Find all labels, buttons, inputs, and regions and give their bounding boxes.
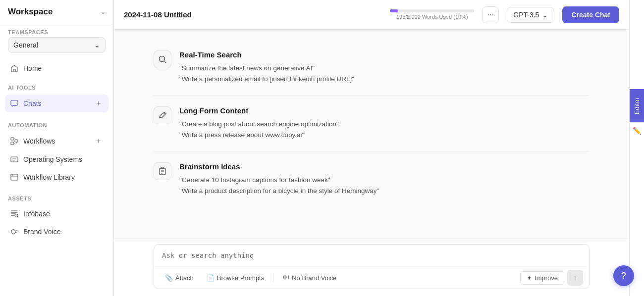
card-icon <box>154 50 171 68</box>
workspace-chevron-icon[interactable]: ⌄ <box>101 8 106 15</box>
svg-rect-13 <box>288 275 289 279</box>
workflows-label: Workflows <box>23 137 89 145</box>
browse-prompts-icon: 📄 <box>207 274 215 282</box>
brand-voice-bars-icon <box>282 274 289 282</box>
assets-section: Assets <box>0 191 113 205</box>
home-section: Home <box>0 58 113 80</box>
general-chevron-icon: ⌄ <box>94 41 100 49</box>
sidebar-item-chats[interactable]: Chats + <box>5 95 108 112</box>
usage-bar-track <box>390 9 474 12</box>
card-prompt[interactable]: "Write a personalized email to [insert L… <box>179 74 590 85</box>
sidebar-header: Workspace ⌄ <box>0 0 113 24</box>
help-button[interactable]: ? <box>613 265 634 286</box>
editor-pencil-icon[interactable]: ✏️ <box>629 122 644 139</box>
workflow-library-label: Workflow Library <box>23 173 104 181</box>
add-chat-button[interactable]: + <box>94 99 104 108</box>
general-select[interactable]: General ⌄ <box>8 37 106 53</box>
workflows-icon <box>10 137 19 146</box>
editor-tab[interactable]: Editor <box>630 89 644 122</box>
doc-title: 2024-11-08 Untitled <box>124 10 382 19</box>
browse-prompts-button[interactable]: 📄 Browse Prompts <box>202 272 269 284</box>
svg-rect-1 <box>11 138 14 140</box>
input-area: 📎 Attach 📄 Browse Prompts <box>114 239 629 296</box>
svg-point-7 <box>160 56 165 62</box>
attach-icon: 📎 <box>165 274 173 282</box>
card-prompt[interactable]: "Generate 10 Instagram captions for fash… <box>179 175 590 186</box>
svg-rect-0 <box>11 100 18 105</box>
attach-button[interactable]: 📎 Attach <box>160 272 199 284</box>
sidebar-item-infobase[interactable]: Infobase <box>5 205 108 222</box>
home-icon <box>10 64 19 73</box>
svg-rect-10 <box>283 276 284 279</box>
workflow-library-icon <box>10 173 19 182</box>
infobase-label: Infobase <box>23 210 104 218</box>
brand-voice-label: Brand Voice <box>23 228 104 236</box>
chats-icon <box>10 99 19 108</box>
improve-button[interactable]: ✦ Improve <box>520 271 564 285</box>
card-title: Long Form Content <box>179 106 590 115</box>
usage-bar-fill <box>390 9 398 12</box>
svg-rect-3 <box>15 140 18 142</box>
add-workflow-button[interactable]: + <box>94 136 104 146</box>
home-label: Home <box>23 64 104 72</box>
chat-input[interactable] <box>154 245 589 264</box>
improve-icon: ✦ <box>527 274 532 282</box>
automation-label: Automation <box>8 122 106 128</box>
automation-section: Automation <box>0 117 113 132</box>
chat-card: Long Form Content"Create a blog post abo… <box>154 96 590 151</box>
send-icon: ↑ <box>574 274 577 282</box>
teamspaces-section: Teamspaces General ⌄ <box>0 24 113 58</box>
infobase-icon <box>10 209 19 218</box>
card-prompt[interactable]: "Create a blog post about search engine … <box>179 119 590 130</box>
more-options-button[interactable]: ··· <box>482 6 499 23</box>
usage-bar-container: 195/2,000 Words Used (10%) <box>390 9 474 20</box>
send-button[interactable]: ↑ <box>567 270 583 286</box>
card-content: Real-Time Search"Summarize the latest ne… <box>179 50 590 84</box>
sidebar: Workspace ⌄ Teamspaces General ⌄ Home <box>0 0 114 296</box>
sidebar-item-brand-voice[interactable]: Brand Voice <box>5 223 108 240</box>
browse-prompts-label: Browse Prompts <box>217 274 264 282</box>
card-content: Brainstorm Ideas"Generate 10 Instagram c… <box>179 162 590 196</box>
workspace-label: Workspace <box>8 7 53 17</box>
sidebar-item-workflows[interactable]: Workflows + <box>5 132 108 150</box>
sidebar-item-home[interactable]: Home <box>5 60 108 77</box>
card-prompt[interactable]: "Write a press release about www.copy.ai… <box>179 130 590 141</box>
operating-systems-label: Operating Systems <box>23 155 104 163</box>
card-title: Real-Time Search <box>179 50 590 59</box>
card-prompt[interactable]: "Write a product description for a bicyc… <box>179 186 590 197</box>
assets-label: Assets <box>8 196 106 201</box>
brand-voice-icon <box>10 227 19 236</box>
editor-panel: Editor ✏️ <box>629 0 644 296</box>
sidebar-item-workflow-library[interactable]: Workflow Library <box>5 169 108 186</box>
create-chat-button[interactable]: Create Chat <box>562 6 619 23</box>
card-icon <box>154 162 171 180</box>
chat-card: Real-Time Search"Summarize the latest ne… <box>154 40 590 96</box>
no-brand-voice-label: No Brand Voice <box>292 274 336 282</box>
chats-label: Chats <box>23 99 89 107</box>
ai-tools-section: AI Tools <box>0 80 113 95</box>
svg-rect-4 <box>11 157 18 162</box>
usage-text: 195/2,000 Words Used (10%) <box>396 14 468 20</box>
card-icon <box>154 106 171 124</box>
model-selector[interactable]: GPT-3.5 ⌄ <box>507 7 554 23</box>
svg-point-6 <box>15 214 18 217</box>
model-chevron-icon: ⌄ <box>542 11 548 19</box>
general-option-label: General <box>13 41 38 49</box>
svg-rect-12 <box>286 276 287 278</box>
attach-label: Attach <box>175 274 194 282</box>
toolbar-divider <box>273 273 273 282</box>
input-toolbar: 📎 Attach 📄 Browse Prompts <box>154 266 589 289</box>
card-title: Brainstorm Ideas <box>179 162 590 171</box>
improve-label: Improve <box>535 274 558 282</box>
topbar: 2024-11-08 Untitled 195/2,000 Words Used… <box>114 0 629 30</box>
automation-items: Workflows + Operating Systems <box>0 132 113 186</box>
teamspaces-label: Teamspaces <box>8 29 106 35</box>
svg-rect-5 <box>11 174 18 180</box>
card-prompt[interactable]: "Summarize the latest news on generative… <box>179 63 590 74</box>
card-content: Long Form Content"Create a blog post abo… <box>179 106 590 140</box>
no-brand-voice-button[interactable]: No Brand Voice <box>277 271 341 285</box>
assets-items: Infobase Brand Voice <box>0 205 113 240</box>
chats-row: Chats + <box>0 95 113 112</box>
sidebar-item-operating-systems[interactable]: Operating Systems <box>5 151 108 168</box>
svg-rect-2 <box>11 142 14 145</box>
